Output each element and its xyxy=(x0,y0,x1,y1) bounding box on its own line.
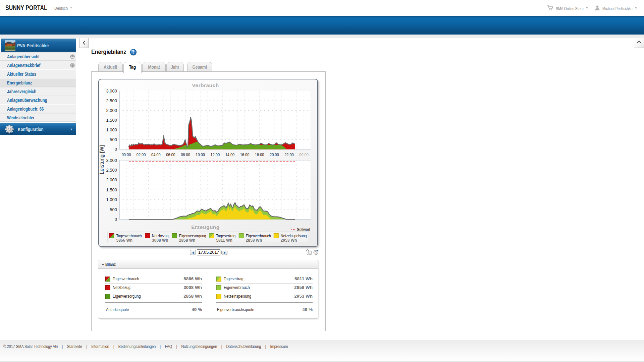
svg-text:2.500: 2.500 xyxy=(106,98,117,103)
svg-text:Sollwert: Sollwert xyxy=(297,227,310,232)
svg-text:0: 0 xyxy=(115,147,117,152)
svg-text:02:00: 02:00 xyxy=(137,152,146,157)
svg-text:00:00: 00:00 xyxy=(299,152,309,157)
svg-text:500: 500 xyxy=(110,207,117,212)
svg-text:16:00: 16:00 xyxy=(240,152,250,157)
svg-text:08:00: 08:00 xyxy=(181,152,190,157)
svg-text:500: 500 xyxy=(110,137,117,142)
svg-text:2858 Wh: 2858 Wh xyxy=(246,238,262,243)
svg-text:1.500: 1.500 xyxy=(106,187,117,192)
svg-text:0: 0 xyxy=(115,217,117,222)
svg-text:04:00: 04:00 xyxy=(151,152,161,157)
svg-text:1.000: 1.000 xyxy=(106,197,117,202)
svg-text:Leistung [W]: Leistung [W] xyxy=(99,145,105,174)
svg-text:2953 Wh: 2953 Wh xyxy=(281,238,297,243)
svg-text:12:00: 12:00 xyxy=(211,152,220,157)
svg-text:3.000: 3.000 xyxy=(106,158,117,163)
svg-text:14:00: 14:00 xyxy=(225,152,235,157)
svg-text:06:00: 06:00 xyxy=(166,152,175,157)
svg-text:10:00: 10:00 xyxy=(196,152,205,157)
svg-text:5811 Wh: 5811 Wh xyxy=(216,238,232,243)
svg-text:2.000: 2.000 xyxy=(106,177,117,182)
svg-text:Verbrauch: Verbrauch xyxy=(192,82,219,88)
svg-text:2.000: 2.000 xyxy=(106,108,117,113)
svg-text:00:00: 00:00 xyxy=(122,152,131,157)
svg-text:3.000: 3.000 xyxy=(106,88,117,94)
svg-text:2858 Wh: 2858 Wh xyxy=(179,238,196,243)
svg-text:5866 Wh: 5866 Wh xyxy=(116,238,133,243)
svg-text:Erzeugung: Erzeugung xyxy=(191,224,220,230)
svg-text:1.000: 1.000 xyxy=(106,127,117,132)
svg-text:18:00: 18:00 xyxy=(255,152,264,157)
svg-text:3008 Wh: 3008 Wh xyxy=(152,238,168,243)
svg-text:22:00: 22:00 xyxy=(284,152,294,157)
svg-text:2.500: 2.500 xyxy=(106,168,117,173)
svg-text:1.500: 1.500 xyxy=(106,118,117,123)
svg-text:20:00: 20:00 xyxy=(270,152,279,157)
